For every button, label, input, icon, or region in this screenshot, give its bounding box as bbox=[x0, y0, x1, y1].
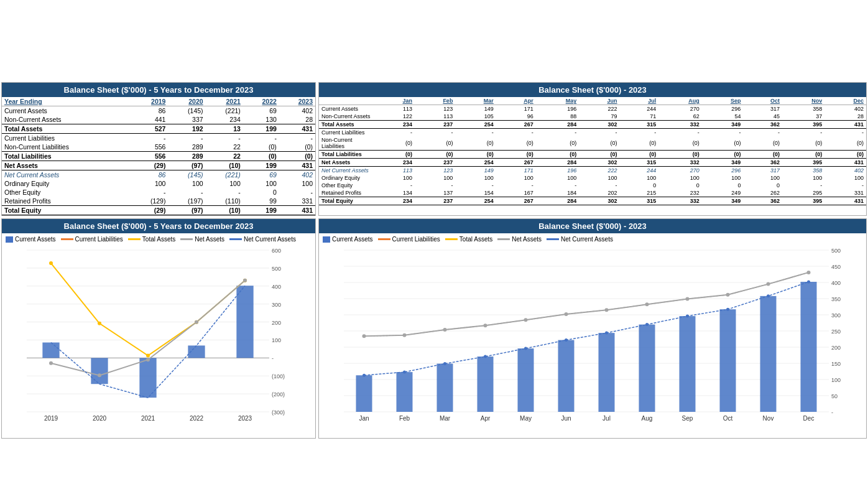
table-row-label: Non-Current Liabilities bbox=[2, 142, 131, 152]
table-row: 22 bbox=[206, 142, 243, 152]
bar-current-assets bbox=[720, 309, 736, 412]
table-row: 317 bbox=[743, 105, 782, 113]
table-row: 556 bbox=[131, 152, 168, 161]
table-row: 100 bbox=[536, 174, 579, 182]
legend-label-current-assets: Current Assets bbox=[15, 236, 56, 243]
table-row: 234 bbox=[375, 159, 415, 167]
legend-label-current-liabilities: Current Liabilities bbox=[75, 236, 123, 243]
table-row: 0 bbox=[702, 182, 744, 189]
table-row: 302 bbox=[579, 121, 619, 129]
table-row: 134 bbox=[375, 189, 415, 197]
right-legend-label-current-assets: Current Assets bbox=[332, 236, 373, 243]
dot-nca bbox=[726, 308, 729, 311]
legend-current-liabilities: Current Liabilities bbox=[61, 236, 123, 243]
table-row-label: Retained Profits bbox=[319, 189, 375, 197]
left-chart-title: Balance Sheet ($'000) - 5 Years to Decem… bbox=[2, 219, 315, 233]
table-row: - bbox=[243, 134, 279, 143]
table-row: 149 bbox=[455, 105, 496, 113]
left-col-2021: 2021 bbox=[206, 97, 243, 106]
table-row: - bbox=[782, 129, 824, 137]
table-row: 349 bbox=[702, 159, 744, 167]
right-table: Jan Feb Mar Apr May Jun Jul Aug Sep Oct … bbox=[319, 97, 866, 205]
svg-text:150: 150 bbox=[831, 361, 841, 367]
table-row: 113 bbox=[375, 105, 415, 113]
dot-ta bbox=[565, 312, 568, 316]
right-legend-bar-current-assets bbox=[323, 236, 330, 243]
table-row: 332 bbox=[658, 197, 701, 205]
table-row: 13 bbox=[206, 124, 243, 134]
table-row: - bbox=[782, 182, 824, 189]
table-row: 99 bbox=[243, 197, 279, 206]
table-row: 244 bbox=[620, 105, 659, 113]
table-row: (0) bbox=[620, 151, 659, 159]
dot-nca bbox=[605, 332, 608, 335]
right-table-title: Balance Sheet ($'000) - 2023 bbox=[319, 83, 866, 97]
right-col-jan: Jan bbox=[375, 97, 415, 105]
table-row: 254 bbox=[455, 159, 496, 167]
table-row: 123 bbox=[415, 167, 455, 175]
table-row: (0) bbox=[743, 136, 782, 151]
svg-text:400: 400 bbox=[831, 280, 841, 286]
svg-text:200: 200 bbox=[831, 345, 841, 351]
table-row: (0) bbox=[579, 151, 619, 159]
table-row: 556 bbox=[131, 142, 168, 152]
x-label: 2023 bbox=[238, 415, 252, 422]
x-label: Sep bbox=[682, 415, 693, 422]
table-row-label: Total Equity bbox=[319, 197, 375, 205]
right-chart-svg-container: -50100150200250300350400450500JanFebMarA… bbox=[319, 244, 866, 438]
table-row: 192 bbox=[168, 124, 205, 134]
x-label: May bbox=[520, 415, 532, 422]
table-row: 171 bbox=[496, 105, 536, 113]
x-label: Apr bbox=[481, 415, 491, 422]
table-row: 154 bbox=[455, 189, 496, 197]
right-chart-panel: Balance Sheet ($'000) - 2023 Current Ass… bbox=[318, 218, 867, 439]
table-row: 402 bbox=[279, 170, 315, 180]
table-row: (29) bbox=[131, 206, 168, 215]
table-row: 199 bbox=[243, 206, 279, 215]
svg-text:400: 400 bbox=[272, 284, 281, 290]
table-row: - bbox=[579, 182, 619, 189]
left-col-2019: 2019 bbox=[131, 97, 168, 106]
dot-ta bbox=[443, 328, 447, 332]
right-col-jun: Jun bbox=[579, 97, 619, 105]
table-row: (0) bbox=[415, 151, 455, 159]
table-row: 100 bbox=[131, 179, 168, 188]
dot-nca bbox=[565, 338, 568, 342]
table-row: (0) bbox=[496, 136, 536, 151]
table-row: 199 bbox=[243, 161, 279, 170]
table-row: 431 bbox=[279, 124, 315, 134]
table-row: 254 bbox=[455, 197, 496, 205]
left-table-title: Balance Sheet ($'000) - 5 Years to Decem… bbox=[2, 83, 315, 97]
bar-current-assets bbox=[236, 286, 253, 358]
bar-current-assets bbox=[91, 358, 108, 384]
x-label: 2020 bbox=[93, 415, 107, 422]
table-row: - bbox=[455, 182, 496, 189]
x-label: Oct bbox=[723, 415, 733, 422]
table-row: 349 bbox=[702, 197, 744, 205]
table-row: (0) bbox=[658, 151, 701, 159]
table-row-label: Net Current Assets bbox=[2, 170, 131, 180]
svg-text:(300): (300) bbox=[272, 409, 285, 416]
legend-label-net-current-assets: Net Current Assets bbox=[244, 236, 296, 243]
table-row: 222 bbox=[579, 167, 619, 175]
table-row: (97) bbox=[168, 206, 205, 215]
bar-current-assets bbox=[356, 375, 372, 412]
dot-nca bbox=[524, 347, 527, 350]
table-row: 249 bbox=[702, 189, 744, 197]
table-row: 45 bbox=[743, 113, 782, 121]
bar-current-assets bbox=[42, 342, 59, 358]
table-row: - bbox=[620, 129, 659, 137]
dot-ta bbox=[726, 293, 730, 297]
table-row: 62 bbox=[658, 113, 701, 121]
table-row-label: Total Liabilities bbox=[319, 151, 375, 159]
table-row: (0) bbox=[279, 152, 315, 161]
table-row-label: Current Assets bbox=[319, 105, 375, 113]
table-row: 317 bbox=[743, 167, 782, 175]
right-legend-label-current-liabilities: Current Liabilities bbox=[392, 236, 440, 243]
table-row-label: Current Liabilities bbox=[2, 134, 131, 143]
table-row: (0) bbox=[375, 136, 415, 151]
table-row-label: Non-Current Liabilities bbox=[319, 136, 375, 151]
table-row: (0) bbox=[743, 151, 782, 159]
table-row: 100 bbox=[243, 179, 279, 188]
table-row: 86 bbox=[131, 106, 168, 116]
